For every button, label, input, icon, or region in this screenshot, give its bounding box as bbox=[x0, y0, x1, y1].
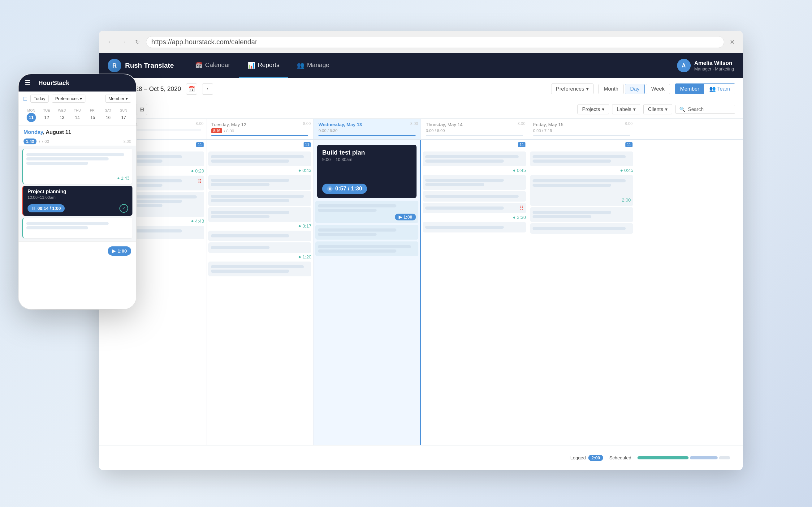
mobile-event-3[interactable] bbox=[22, 218, 133, 238]
back-button[interactable]: ← bbox=[105, 37, 115, 47]
close-button[interactable]: ✕ bbox=[728, 38, 737, 46]
mobile-day-sat[interactable]: Sat 16 bbox=[101, 109, 116, 123]
scheduled-legend: Scheduled bbox=[609, 455, 631, 460]
three-dot-icon-thu: ⠿ bbox=[519, 205, 523, 212]
wed-event-2[interactable]: ▶ 1:00 bbox=[315, 201, 418, 223]
mobile-scroll-area: ● 1:43 Project planning 10:00–11:00am ⏸ … bbox=[18, 146, 136, 241]
col-header-thu: Thursday, May 14 8:00 0:00 / 8:00 bbox=[421, 119, 528, 139]
mobile-event-1[interactable]: ● 1:43 bbox=[22, 149, 133, 184]
manage-icon: 👥 bbox=[297, 61, 305, 69]
col-header-wed: Wednesday, May 13 8:00 0:00 / 6:30 bbox=[313, 119, 421, 139]
mobile-preferences-button[interactable]: Preferences ▾ bbox=[52, 95, 85, 103]
user-info: A Amelia Wilson Manager · Marketing bbox=[677, 59, 734, 72]
forward-button[interactable]: → bbox=[119, 37, 129, 47]
fri-time-1: ● 0:45 bbox=[620, 168, 633, 173]
calendar-picker-button[interactable]: 📅 bbox=[186, 83, 197, 95]
week-view-button[interactable]: Week bbox=[646, 84, 670, 94]
logged-legend: Logged 2:00 bbox=[570, 455, 603, 461]
thu-time-2: ● 3:30 bbox=[513, 215, 526, 220]
tue-event-2[interactable] bbox=[208, 175, 312, 190]
thu-event-1[interactable] bbox=[423, 152, 526, 166]
tue-event-7[interactable] bbox=[208, 262, 312, 276]
mobile-today-button[interactable]: Today bbox=[30, 95, 49, 103]
clients-filter[interactable]: Clients ▾ bbox=[643, 104, 672, 114]
next-week-button[interactable]: › bbox=[202, 83, 213, 95]
tue-badge: 11 bbox=[304, 142, 311, 147]
wed-timer-badge: ▶ 1:00 bbox=[395, 214, 416, 220]
brand-logo: R bbox=[108, 59, 121, 72]
wed-event-4[interactable] bbox=[315, 241, 418, 256]
hamburger-icon[interactable]: ☰ bbox=[25, 79, 31, 87]
scheduled-label: Scheduled bbox=[609, 455, 631, 460]
fri-event-2[interactable]: 2:00 bbox=[530, 175, 633, 206]
pause-icon: ⏸ bbox=[327, 186, 333, 192]
refresh-button[interactable]: ↻ bbox=[133, 37, 142, 47]
calendar-icon: 📅 bbox=[195, 61, 203, 69]
event-timer[interactable]: ⏸ 0:57 / 1:30 bbox=[322, 184, 367, 194]
day-view-button[interactable]: Day bbox=[625, 84, 645, 94]
tue-event-1[interactable] bbox=[208, 152, 312, 166]
mobile-day-thu[interactable]: Thu 14 bbox=[70, 109, 85, 123]
grid-button[interactable]: ⊞ bbox=[136, 104, 147, 115]
mobile-date-header: Monday, August 11 bbox=[18, 125, 136, 137]
nav-tab-calendar[interactable]: 📅 Calendar bbox=[186, 53, 239, 78]
mobile-day-mon[interactable]: Mon 11 bbox=[23, 109, 39, 123]
thu-event-4[interactable]: ⠿ bbox=[423, 203, 526, 213]
nav-tab-manage[interactable]: 👥 Manage bbox=[288, 53, 338, 78]
fri-event-3[interactable] bbox=[530, 207, 633, 222]
view-toggle: Month Day Week bbox=[599, 84, 670, 94]
thu-event-2[interactable] bbox=[423, 175, 526, 190]
mobile-mockup: ☰ HourStack □ Today Preferences ▾ Member… bbox=[18, 74, 136, 309]
projects-filter[interactable]: Projects ▾ bbox=[577, 104, 609, 114]
month-view-button[interactable]: Month bbox=[599, 84, 623, 94]
tue-event-5[interactable] bbox=[208, 231, 312, 241]
mobile-member-button[interactable]: Member ▾ bbox=[105, 95, 131, 103]
mon-badge: 11 bbox=[196, 142, 203, 147]
address-bar[interactable]: https://app.hourstack.com/calendar bbox=[146, 36, 724, 48]
member-toggle-button[interactable]: Member bbox=[675, 84, 704, 94]
mobile-day-tue[interactable]: Tue 12 bbox=[39, 109, 54, 123]
day-col-wed: Build test plan 9:00 – 10:30am ⏸ 0:57 / … bbox=[313, 140, 421, 445]
wed-event-3[interactable] bbox=[315, 225, 418, 240]
mobile-day-sun[interactable]: Sun 17 bbox=[116, 109, 131, 123]
mobile-check-button[interactable]: ✓ bbox=[119, 204, 128, 213]
col-header-fri: Friday, May 15 8:00 0:00 / 7:15 bbox=[528, 119, 636, 139]
tue-event-6[interactable] bbox=[208, 242, 312, 253]
preferences-dropdown[interactable]: Preferences ▾ bbox=[551, 83, 594, 94]
progress-scheduled bbox=[690, 456, 718, 459]
tue-event-4[interactable] bbox=[208, 207, 312, 222]
labels-filter[interactable]: Labels ▾ bbox=[612, 104, 640, 114]
mobile-event-2-title: Project planning bbox=[28, 189, 128, 194]
mobile-day-fri[interactable]: Fri 15 bbox=[85, 109, 101, 123]
reports-icon: 📊 bbox=[248, 61, 255, 69]
pause-icon: ⏸ bbox=[31, 206, 36, 211]
calendar-content: Monday, May 11 8:00 Tuesday, May 12 8:00… bbox=[99, 119, 743, 445]
mobile-event-2[interactable]: Project planning 10:00–11:00am ⏸ 00:14 /… bbox=[22, 186, 133, 216]
user-name: Amelia Wilson bbox=[695, 60, 734, 66]
fri-event-4[interactable] bbox=[530, 223, 633, 234]
chevron-down-icon: ▾ bbox=[586, 86, 589, 92]
mobile-timer-button[interactable]: ⏸ 00:14 / 1:00 bbox=[28, 204, 65, 212]
mobile-bottom-add-button[interactable]: ▶ 1:00 bbox=[108, 246, 131, 256]
mobile-day-wed[interactable]: Wed 13 bbox=[54, 109, 70, 123]
url-text: https://app.hourstack.com/calendar bbox=[151, 38, 257, 46]
play-icon: ▶ bbox=[112, 248, 116, 254]
search-input[interactable] bbox=[688, 107, 731, 112]
user-role: Manager · Marketing bbox=[695, 66, 734, 71]
thu-event-5[interactable] bbox=[423, 222, 526, 232]
search-box: 🔍 bbox=[675, 105, 735, 114]
build-test-event[interactable]: Build test plan 9:00 – 10:30am ⏸ 0:57 / … bbox=[317, 145, 416, 198]
tue-time-3: ● 1:20 bbox=[298, 254, 311, 260]
tue-event-3[interactable] bbox=[208, 191, 312, 206]
user-avatar: A bbox=[677, 59, 691, 72]
thu-event-3[interactable] bbox=[423, 191, 526, 202]
team-icon: 👥 bbox=[709, 86, 716, 92]
tue-time-1: ● 0:43 bbox=[298, 168, 311, 173]
nav-tab-reports[interactable]: 📊 Reports bbox=[239, 53, 288, 78]
day-col-6 bbox=[635, 140, 743, 445]
member-team-toggle: Member 👥 Team bbox=[675, 83, 735, 94]
fri-event-1[interactable] bbox=[530, 152, 633, 166]
team-toggle-button[interactable]: 👥 Team bbox=[704, 84, 735, 94]
mobile-time-bar: 1:43 / 7:00 8:00 bbox=[18, 137, 136, 146]
calendar-grid: 11 ● 0:29 ⠿ bbox=[99, 140, 743, 445]
